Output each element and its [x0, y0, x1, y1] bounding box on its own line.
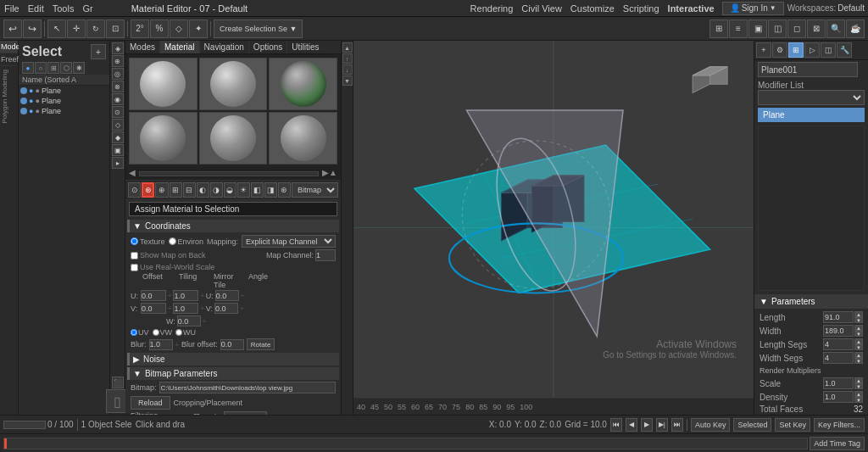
menu-tools[interactable]: Tools — [48, 0, 79, 16]
toolbar-right-btn4[interactable]: ◫ — [768, 20, 787, 38]
toolbar-right-btn3[interactable]: ▣ — [748, 20, 767, 38]
mat-strip-btn2[interactable]: ↑ — [342, 53, 353, 64]
side-btn5[interactable]: ◉ — [112, 93, 124, 105]
v-angle-input[interactable] — [214, 303, 238, 314]
mat-tab-utilities[interactable]: Utilities — [287, 41, 323, 53]
modifier-list-dropdown[interactable] — [758, 90, 865, 105]
scene-item-0[interactable]: ●● Plane — [19, 86, 109, 96]
modeling-tab[interactable]: Modeling — [0, 41, 18, 53]
scene-item-2[interactable]: ●● Plane — [19, 106, 109, 116]
coordinates-header[interactable]: ▼ Coordinates — [127, 220, 339, 232]
scene-icon4[interactable]: ⬡ — [60, 62, 72, 74]
wsegs-spin-up[interactable]: ▲ — [854, 352, 863, 358]
mat-sphere-2[interactable] — [269, 58, 337, 110]
u-offset-input[interactable] — [141, 290, 166, 301]
modify-panel-btn[interactable]: ⚙ — [772, 42, 787, 58]
mat-tab-modes[interactable]: Modes — [125, 41, 160, 53]
add-time-tag-btn[interactable]: Add Time Tag — [810, 437, 865, 450]
utilities-panel-btn[interactable]: 🔧 — [837, 42, 852, 58]
density-spin-down[interactable]: ▼ — [854, 397, 863, 403]
blur-input[interactable] — [149, 339, 173, 350]
parameters-header[interactable]: ▼ Parameters — [754, 294, 868, 309]
v-tiling-input[interactable] — [173, 303, 198, 314]
density-spin-up[interactable]: ▲ — [854, 391, 863, 397]
object-name-input[interactable] — [758, 62, 858, 77]
density-input[interactable] — [823, 391, 854, 403]
modifier-stack-item[interactable]: Plane — [758, 108, 865, 122]
select-mode-btn[interactable]: ↖ — [47, 20, 66, 38]
side-btn2[interactable]: ⊕ — [112, 55, 124, 67]
transport-start[interactable]: ⏮ — [610, 418, 622, 432]
scale-btn[interactable]: ⊡ — [106, 20, 125, 38]
side-btn9[interactable]: ▣ — [112, 144, 124, 156]
width-spin-down[interactable]: ▼ — [854, 331, 863, 337]
side-btn7[interactable]: ◇ — [112, 119, 124, 131]
mat-tool-btn10[interactable]: ◧ — [251, 182, 264, 198]
mat-tab-options[interactable]: Options — [249, 41, 287, 53]
menu-customize[interactable]: Customize — [566, 3, 619, 14]
noise-header[interactable]: ▶ Noise — [127, 353, 339, 366]
mat-tool-btn9[interactable]: ☀ — [237, 182, 250, 198]
mat-sphere-1[interactable] — [199, 58, 268, 110]
toolbar-right-btn5[interactable]: ◻ — [787, 20, 806, 38]
mapping-dropdown[interactable]: Explicit Map Channel — [242, 235, 336, 248]
scroll-left-btn[interactable]: ◀ — [129, 168, 136, 180]
transport-play[interactable]: ▶ — [641, 418, 653, 432]
scroll-right-btn[interactable]: ▶ — [322, 168, 329, 180]
scene-item-1[interactable]: ●● Plane — [19, 96, 109, 106]
mat-sphere-0[interactable] — [129, 58, 198, 110]
mat-tool-btn1[interactable]: ⊙ — [128, 182, 141, 198]
scale-input[interactable] — [823, 377, 854, 389]
mat-tool-btn11[interactable]: ◨ — [264, 182, 277, 198]
scene-toolbar-btn[interactable]: + — [91, 44, 106, 59]
wsegs-spin-down[interactable]: ▼ — [854, 358, 863, 364]
toolbar-right-btn2[interactable]: ≡ — [729, 20, 748, 38]
scroll-up-btn[interactable]: ▲ — [329, 168, 337, 180]
toolbar-right-btn6[interactable]: ⊠ — [807, 20, 826, 38]
menu-interactive[interactable]: Interactive — [664, 3, 719, 14]
motion-panel-btn[interactable]: ▷ — [804, 42, 820, 58]
mat-tool-btn4[interactable]: ⊞ — [170, 182, 182, 198]
mat-type-dropdown[interactable]: Bitmap — [292, 182, 338, 198]
rotate-btn-mat[interactable]: Rotate — [247, 338, 275, 350]
transport-prev[interactable]: ◀ — [626, 418, 637, 432]
width-segs-input[interactable] — [823, 352, 854, 364]
mat-sphere-4[interactable] — [199, 112, 268, 165]
mat-tool-btn5[interactable]: ⊟ — [183, 182, 196, 198]
assign-material-btn[interactable]: ⊛ — [142, 182, 154, 198]
display-panel-btn[interactable]: ◫ — [821, 42, 836, 58]
scale-spin-up[interactable]: ▲ — [854, 377, 863, 383]
length-spin-up[interactable]: ▲ — [854, 311, 863, 317]
side-btn8[interactable]: ◆ — [112, 131, 124, 143]
freeform-tab[interactable]: Freeform — [0, 53, 18, 66]
side-btn10[interactable]: ▸ — [112, 157, 124, 169]
move-btn[interactable]: ✛ — [67, 20, 86, 38]
create-panel-btn[interactable]: + — [756, 42, 771, 58]
key-filters-btn[interactable]: Key Filters... — [814, 418, 865, 432]
scene-icon2[interactable]: ○ — [35, 62, 47, 74]
snap-angle-btn[interactable]: ◇ — [170, 20, 188, 38]
side-btn6[interactable]: ⊙ — [112, 106, 124, 118]
sign-in-btn[interactable]: 👤 Sign In ▼ — [722, 2, 784, 15]
snap-pct-btn[interactable]: ✦ — [189, 20, 208, 38]
width-input[interactable] — [823, 325, 854, 337]
menu-scripting[interactable]: Scripting — [619, 3, 664, 14]
mat-tool-btn7[interactable]: ◑ — [210, 182, 223, 198]
length-spin-down[interactable]: ▼ — [854, 317, 863, 323]
scene-icon5[interactable]: ✱ — [73, 62, 85, 74]
selected-btn[interactable]: Selected — [733, 418, 771, 432]
lsegs-spin-down[interactable]: ▼ — [854, 344, 863, 350]
width-spin-up[interactable]: ▲ — [854, 325, 863, 331]
transport-next[interactable]: ▶| — [656, 418, 668, 432]
scene-icon3[interactable]: ⊞ — [47, 62, 59, 74]
w-angle-input[interactable] — [177, 315, 201, 326]
scene-icon1[interactable]: ● — [22, 62, 34, 74]
menu-edit[interactable]: Edit — [24, 0, 48, 16]
viewport[interactable]: X: 0.0 Y: 0.0 Z: 0.0 Grid = 10.0 Activat… — [353, 41, 754, 415]
mat-sphere-5[interactable] — [269, 112, 337, 165]
create-selection-btn[interactable]: Create Selection Se ▼ — [214, 20, 303, 38]
lsegs-spin-up[interactable]: ▲ — [854, 338, 863, 344]
v-offset-input[interactable] — [141, 303, 166, 314]
side-btn3[interactable]: ◎ — [112, 68, 124, 80]
menu-civilview[interactable]: Civil View — [517, 3, 565, 14]
